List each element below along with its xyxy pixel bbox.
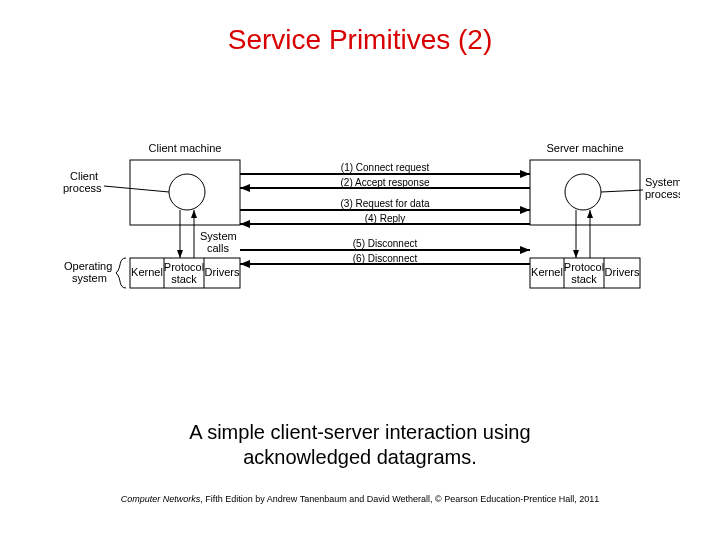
client-process-circle [169,174,205,210]
msg-2: (2) Accept response [341,177,430,188]
server-process-label-1: System [645,176,680,188]
svg-marker-5 [191,210,197,218]
svg-line-1 [104,186,169,192]
svg-marker-23 [520,206,530,214]
svg-marker-25 [240,220,250,228]
client-drivers-label: Drivers [205,266,240,278]
server-process-label-2: process [645,188,680,200]
svg-marker-19 [520,170,530,178]
svg-marker-3 [177,250,183,258]
svg-marker-21 [240,184,250,192]
svg-line-10 [601,190,643,192]
svg-marker-12 [573,250,579,258]
system-calls-label-2: calls [207,242,230,254]
svg-marker-27 [520,246,530,254]
msg-5: (5) Disconnect [353,238,418,249]
os-label-2: system [72,272,107,284]
slide-footer: Computer Networks, Fifth Edition by Andr… [0,494,720,504]
svg-marker-14 [587,210,593,218]
server-process-circle [565,174,601,210]
server-machine-label: Server machine [546,142,623,154]
msg-3: (3) Request for data [341,198,430,209]
msg-1: (1) Connect request [341,162,430,173]
diagram-figure: Client machine Client process System cal… [60,140,680,360]
msg-6: (6) Disconnect [353,253,418,264]
client-process-label-2: process [63,182,102,194]
client-process-label-1: Client [70,170,98,182]
svg-rect-0 [130,160,240,225]
caption-line-2: acknowledged datagrams. [243,446,476,468]
server-kernel-label: Kernel [531,266,563,278]
client-machine-label: Client machine [149,142,222,154]
svg-marker-29 [240,260,250,268]
caption-line-1: A simple client-server interaction using [189,421,530,443]
slide-caption: A simple client-server interaction using… [0,420,720,470]
client-protocol-label-1: Protocol [164,261,204,273]
msg-4: (4) Reply [365,213,406,224]
server-protocol-label-2: stack [571,273,597,285]
system-calls-label-1: System [200,230,237,242]
svg-rect-9 [530,160,640,225]
server-drivers-label: Drivers [605,266,640,278]
server-machine: Server machine System process Kernel Pro… [530,142,680,288]
slide-title: Service Primitives (2) [0,24,720,56]
os-label-1: Operating [64,260,112,272]
server-protocol-label-1: Protocol [564,261,604,273]
client-protocol-label-2: stack [171,273,197,285]
client-kernel-label: Kernel [131,266,163,278]
footer-rest: , Fifth Edition by Andrew Tanenbaum and … [200,494,599,504]
message-arrows: (1) Connect request (2) Accept response … [240,162,530,268]
footer-book-title: Computer Networks [121,494,201,504]
client-machine: Client machine Client process System cal… [63,142,240,288]
